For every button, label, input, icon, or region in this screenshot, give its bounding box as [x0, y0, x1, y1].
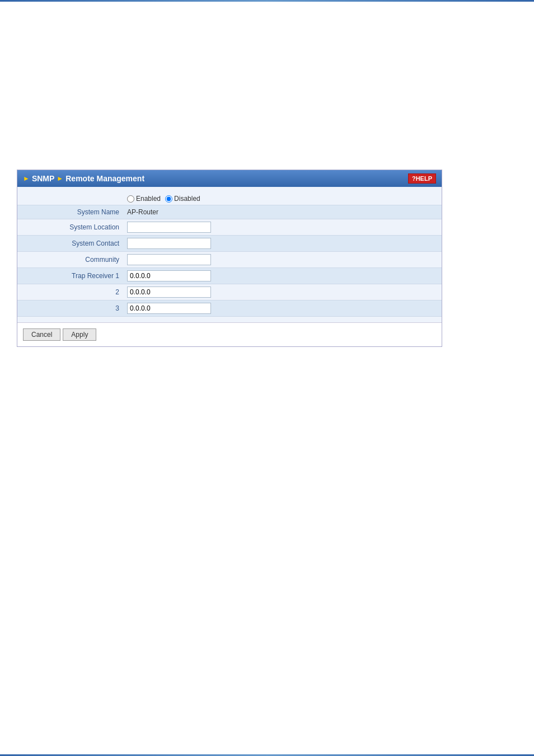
- enabled-radio[interactable]: [127, 195, 134, 203]
- community-label: Community: [17, 252, 124, 268]
- panel-footer: Cancel Apply: [17, 322, 442, 346]
- trap-receiver-1-value: [124, 268, 442, 284]
- trap-receiver-3-row: 3: [17, 300, 442, 317]
- system-contact-row: System Contact: [17, 236, 442, 252]
- panel-header: ► SNMP ► Remote Management ?HELP: [17, 170, 442, 187]
- breadcrumb-part1: SNMP: [32, 174, 54, 183]
- snmp-status-label-cell: [17, 192, 124, 205]
- apply-button[interactable]: Apply: [63, 328, 96, 341]
- enabled-radio-label[interactable]: Enabled: [127, 195, 161, 203]
- community-input[interactable]: [127, 254, 211, 265]
- trap-receiver-1-row: Trap Receiver 1: [17, 268, 442, 284]
- disabled-label-text: Disabled: [174, 195, 200, 203]
- trap-receiver-2-label: 2: [17, 284, 124, 300]
- system-location-value: [124, 219, 442, 236]
- trap-receiver-2-input[interactable]: [127, 287, 211, 298]
- disabled-radio-label[interactable]: Disabled: [165, 195, 200, 203]
- snmp-status-row: Enabled Disabled: [17, 192, 442, 205]
- breadcrumb-separator-icon: ►: [57, 175, 63, 182]
- system-name-label: System Name: [17, 205, 124, 219]
- system-contact-value: [124, 236, 442, 252]
- system-name-value: AP-Router: [124, 205, 442, 219]
- system-name-row: System Name AP-Router: [17, 205, 442, 219]
- panel-body: Enabled Disabled System: [17, 187, 442, 322]
- breadcrumb-part2: Remote Management: [65, 174, 144, 183]
- snmp-radio-group: Enabled Disabled: [127, 195, 438, 203]
- trap-receiver-1-label: Trap Receiver 1: [17, 268, 124, 284]
- form-table: Enabled Disabled System: [17, 192, 442, 317]
- community-value: [124, 252, 442, 268]
- community-row: Community: [17, 252, 442, 268]
- system-location-input[interactable]: [127, 222, 211, 233]
- cancel-button[interactable]: Cancel: [23, 328, 60, 341]
- trap-receiver-3-input[interactable]: [127, 303, 211, 314]
- system-contact-input[interactable]: [127, 238, 211, 249]
- trap-receiver-3-label: 3: [17, 300, 124, 317]
- disabled-radio[interactable]: [165, 195, 172, 203]
- system-contact-label: System Contact: [17, 236, 124, 252]
- trap-receiver-1-input[interactable]: [127, 270, 211, 281]
- enabled-label-text: Enabled: [136, 195, 161, 203]
- system-location-label: System Location: [17, 219, 124, 236]
- trap-receiver-3-value: [124, 300, 442, 317]
- trap-receiver-2-value: [124, 284, 442, 300]
- help-button[interactable]: ?HELP: [408, 173, 436, 184]
- snmp-panel: ► SNMP ► Remote Management ?HELP: [17, 170, 442, 347]
- snmp-status-value-cell: Enabled Disabled: [124, 192, 442, 205]
- help-icon: ?: [412, 175, 416, 182]
- breadcrumb: ► SNMP ► Remote Management: [23, 174, 144, 183]
- system-location-row: System Location: [17, 219, 442, 236]
- trap-receiver-2-row: 2: [17, 284, 442, 300]
- breadcrumb-arrow-icon: ►: [23, 175, 30, 182]
